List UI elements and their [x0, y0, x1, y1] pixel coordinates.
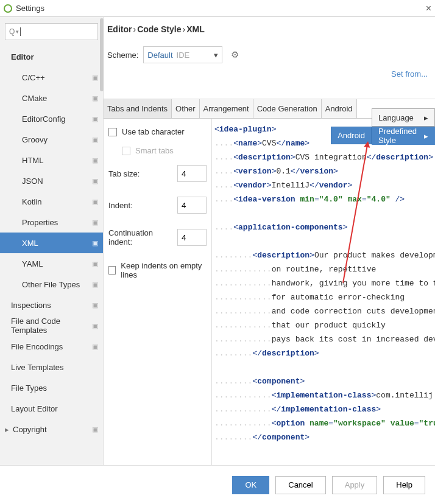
tree-editor[interactable]: Editor [0, 46, 103, 67]
tree-copyright[interactable]: Copyright▣ [0, 419, 103, 439]
tree-xml[interactable]: XML▣ [0, 233, 103, 253]
tree-json[interactable]: JSON▣ [0, 170, 103, 191]
tree-yaml[interactable]: YAML▣ [0, 253, 103, 274]
search-icon: Q [9, 27, 15, 36]
project-icon: ▣ [92, 281, 98, 289]
project-icon: ▣ [92, 301, 98, 309]
code-preview: <idea-plugin> ....<name>CVS</name> ....<… [212, 119, 435, 465]
window-title: Settings [16, 4, 426, 13]
tab-arrangement[interactable]: Arrangement [200, 99, 253, 118]
tab-size-label: Tab size: [108, 169, 177, 178]
chevron-right-icon: ▸ [424, 113, 428, 122]
cont-indent-label: Continuation indent: [108, 228, 177, 247]
tab-android[interactable]: Android [322, 99, 357, 118]
project-icon: ▣ [92, 239, 98, 247]
tree-other-file-types[interactable]: Other File Types▣ [0, 274, 103, 295]
popup-predefined-style[interactable]: Predefined Style▸ [372, 127, 435, 145]
tree-properties[interactable]: Properties▣ [0, 212, 103, 233]
dialog-buttons: OK Cancel Apply Help [0, 465, 435, 504]
project-icon: ▣ [92, 74, 98, 82]
close-icon[interactable]: × [426, 3, 431, 14]
tree-groovy[interactable]: Groovy▣ [0, 129, 103, 150]
project-icon: ▣ [92, 136, 98, 144]
tree-file-code-templates[interactable]: File and Code Templates▣ [0, 315, 103, 336]
tree-cmake[interactable]: CMake▣ [0, 88, 103, 108]
chevron-right-icon: ▸ [424, 131, 428, 141]
help-button[interactable]: Help [383, 476, 425, 494]
breadcrumb: Editor›Code Style›XML [104, 17, 435, 44]
apply-button: Apply [332, 476, 378, 494]
tree-file-types[interactable]: File Types [0, 377, 103, 398]
indent-label: Indent: [108, 201, 177, 210]
indent-form: Use tab character Smart tabs Tab size: I… [104, 119, 212, 465]
indent-input[interactable] [177, 197, 207, 214]
project-icon: ▣ [92, 425, 98, 433]
sidebar: Q▾ Editor C/C++▣ CMake▣ EditorConfig▣ Gr… [0, 17, 104, 465]
scheme-select[interactable]: Default IDE ▾ [143, 46, 222, 63]
set-from-link[interactable]: Set from... [391, 69, 428, 79]
tree-file-encodings[interactable]: File Encodings▣ [0, 336, 103, 357]
tree-layout-editor[interactable]: Layout Editor [0, 398, 103, 419]
project-icon: ▣ [92, 198, 98, 206]
project-icon: ▣ [92, 156, 98, 164]
tab-size-input[interactable] [177, 165, 207, 182]
scheme-row: Scheme: Default IDE ▾ ⚙ [104, 44, 435, 72]
keep-indents-checkbox[interactable]: Keep indents on empty lines [108, 261, 207, 279]
gear-icon[interactable]: ⚙ [231, 49, 239, 60]
project-icon: ▣ [92, 322, 98, 330]
tree-live-templates[interactable]: Live Templates [0, 357, 103, 377]
setfrom-popup: Language▸ Predefined Style▸ [372, 108, 435, 145]
ok-button[interactable]: OK [232, 476, 269, 494]
search-input[interactable]: Q▾ [5, 23, 98, 40]
use-tab-checkbox[interactable]: Use tab character [108, 127, 207, 136]
project-icon: ▣ [92, 177, 98, 185]
tab-tabs-indents[interactable]: Tabs and Indents [104, 99, 172, 118]
title-bar: Settings × [0, 0, 435, 17]
project-icon: ▣ [92, 115, 98, 123]
chevron-down-icon: ▾ [214, 51, 218, 60]
cancel-button[interactable]: Cancel [275, 476, 325, 494]
tree-kotlin[interactable]: Kotlin▣ [0, 191, 103, 212]
popup-language[interactable]: Language▸ [372, 108, 435, 127]
main-panel: Editor›Code Style›XML Scheme: Default ID… [104, 17, 435, 465]
tab-other[interactable]: Other [172, 99, 200, 118]
app-icon [4, 4, 12, 13]
cont-indent-input[interactable] [177, 229, 207, 246]
tab-code-generation[interactable]: Code Generation [253, 99, 322, 118]
settings-tree: Editor C/C++▣ CMake▣ EditorConfig▣ Groov… [0, 46, 103, 465]
tree-html[interactable]: HTML▣ [0, 150, 103, 170]
project-icon: ▣ [92, 260, 98, 268]
tree-inspections[interactable]: Inspections▣ [0, 295, 103, 315]
project-icon: ▣ [92, 343, 98, 351]
scheme-label: Scheme: [107, 51, 138, 60]
project-icon: ▣ [92, 94, 98, 102]
tree-cpp[interactable]: C/C++▣ [0, 67, 103, 88]
project-icon: ▣ [92, 219, 98, 226]
smart-tabs-checkbox: Smart tabs [122, 146, 207, 155]
tree-editorconfig[interactable]: EditorConfig▣ [0, 108, 103, 129]
